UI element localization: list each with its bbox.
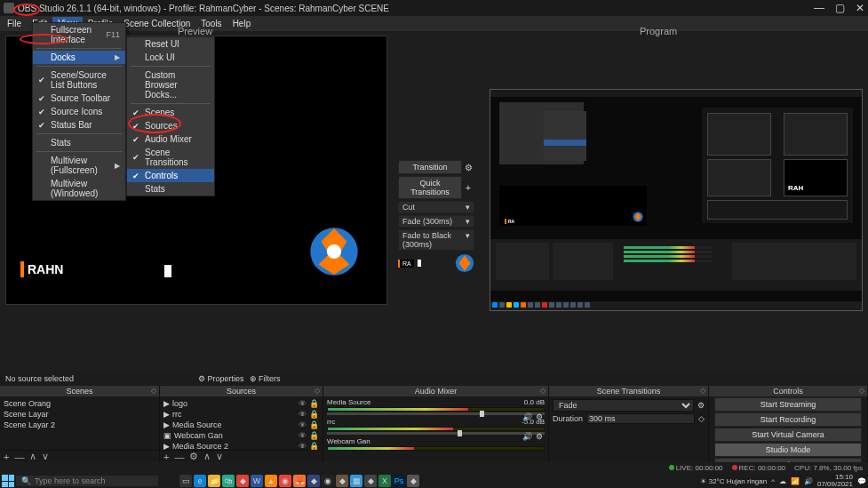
app-icon[interactable]: ◆ — [364, 475, 377, 487]
firefox-icon[interactable]: 🦊 — [293, 475, 306, 487]
close-button[interactable]: ✕ — [856, 2, 864, 14]
fade-black-transition[interactable]: Fade to Black (300ms)▾ — [398, 229, 474, 251]
source-item[interactable]: ▶logo👁🔒 — [163, 398, 319, 409]
filters-button[interactable]: ⊕ Filters — [250, 374, 281, 383]
source-item[interactable]: ▶rrc👁🔒 — [163, 409, 319, 420]
start-recording-button[interactable]: Start Recording — [714, 412, 862, 427]
vlc-icon[interactable]: ▲ — [265, 475, 277, 487]
3d-icon[interactable]: ▦ — [350, 475, 362, 487]
view-multiview-fullscreen[interactable]: Multiview (Fullscreen)▶ — [33, 154, 125, 177]
volume-icon[interactable]: 🔊 — [804, 477, 813, 485]
docks-audio-mixer[interactable]: ✔Audio Mixer — [127, 132, 214, 146]
lock-icon[interactable]: 🔒 — [309, 431, 319, 440]
app-icon[interactable]: ◆ — [336, 475, 348, 487]
scene-down-button[interactable]: ∨ — [42, 451, 49, 462]
docks-scenes[interactable]: ✔Scenes — [127, 106, 214, 119]
view-docks[interactable]: Docks▶ — [33, 51, 125, 64]
source-item[interactable]: ▶Media Source👁🔒 — [163, 420, 319, 430]
scene-up-button[interactable]: ∧ — [29, 451, 36, 462]
explorer-icon[interactable]: 📁 — [208, 475, 220, 487]
app-icon[interactable]: ◆ — [236, 475, 249, 487]
gear-icon[interactable]: ⚙ — [536, 412, 543, 421]
docks-stats[interactable]: Stats — [127, 182, 214, 196]
scene-item[interactable]: Scene Layar 2 — [4, 420, 155, 430]
view-stats[interactable]: Stats — [33, 136, 125, 149]
eye-icon[interactable]: 👁 — [299, 410, 307, 419]
weather-widget[interactable]: ☀ 32°C Hujan ringan — [700, 477, 767, 485]
docks-reset[interactable]: Reset UI — [127, 37, 214, 51]
scenes-header[interactable]: Scenes — [0, 386, 159, 396]
wifi-icon[interactable]: 📶 — [791, 477, 800, 485]
plus-icon[interactable]: + — [462, 183, 474, 193]
edge-icon[interactable]: e — [194, 475, 206, 487]
clock[interactable]: 15:1007/09/2021 — [817, 474, 853, 488]
scene-transitions-header[interactable]: Scene Transitions — [549, 386, 708, 396]
properties-button[interactable]: ⚙ Properties — [198, 374, 244, 383]
word-icon[interactable]: W — [251, 475, 263, 487]
studio-mode-button[interactable]: Studio Mode — [714, 443, 862, 457]
view-status-bar[interactable]: ✔Status Bar — [33, 118, 125, 132]
eye-icon[interactable]: 👁 — [299, 399, 307, 408]
source-up-button[interactable]: ∧ — [203, 451, 211, 462]
app-icon[interactable]: ◆ — [307, 475, 320, 487]
lock-icon[interactable]: 🔒 — [309, 442, 319, 450]
docks-controls[interactable]: ✔Controls — [127, 169, 214, 182]
docks-custom[interactable]: Custom Browser Docks... — [127, 68, 214, 101]
docks-lock[interactable]: Lock UI — [127, 51, 214, 64]
eye-icon[interactable]: 👁 — [299, 431, 307, 440]
lock-icon[interactable]: 🔒 — [309, 399, 319, 408]
chrome-icon[interactable]: ◉ — [279, 475, 291, 487]
view-source-toolbar[interactable]: ✔Source Toolbar — [33, 92, 125, 105]
photoshop-icon[interactable]: Ps — [393, 475, 405, 487]
notifications-icon[interactable]: 💬 — [857, 477, 866, 485]
start-streaming-button[interactable]: Start Streaming — [714, 397, 862, 412]
transition-button[interactable]: Transition — [398, 160, 462, 174]
view-source-icons[interactable]: ✔Source Icons — [33, 105, 125, 118]
add-scene-button[interactable]: + — [4, 452, 9, 462]
task-view-icon[interactable]: ▭ — [179, 475, 192, 487]
source-down-button[interactable]: ∨ — [216, 451, 223, 462]
speaker-icon[interactable]: 🔊 — [522, 412, 532, 421]
duration-input[interactable] — [586, 413, 695, 424]
view-scene-source-buttons[interactable]: ✔Scene/Source List Buttons — [33, 68, 125, 92]
docks-sources[interactable]: ✔Sources — [127, 119, 214, 132]
store-icon[interactable]: 🛍 — [222, 475, 235, 487]
source-item[interactable]: ▣Webcam Gan👁🔒 — [163, 430, 319, 441]
onedrive-icon[interactable]: ☁ — [779, 477, 786, 485]
lock-icon[interactable]: 🔒 — [309, 420, 319, 429]
view-fullscreen[interactable]: Fullscreen InterfaceF11 — [33, 23, 125, 46]
maximize-button[interactable]: ▢ — [835, 2, 845, 14]
scene-item[interactable]: Scene Layar — [4, 409, 155, 420]
sources-header[interactable]: Sources — [160, 386, 323, 396]
program-viewport[interactable]: RA RAH — [490, 89, 863, 311]
tray-chevron-icon[interactable]: ^ — [771, 477, 775, 485]
fade-transition[interactable]: Fade (300ms)▾ — [398, 215, 474, 228]
cut-transition[interactable]: Cut▾ — [398, 201, 474, 213]
menu-file[interactable]: File — [2, 17, 27, 30]
eye-icon[interactable]: 👁 — [299, 442, 307, 450]
system-tray[interactable]: ☀ 32°C Hujan ringan ^ ☁ 📶 🔊 15:1007/09/2… — [700, 474, 866, 488]
gear-icon[interactable]: ⚙ — [536, 432, 543, 441]
stepper-icon[interactable]: ◇ — [698, 414, 705, 423]
transition-select[interactable]: Fade — [553, 399, 694, 412]
scene-item[interactable]: Scene Orang — [4, 398, 155, 409]
start-virtual-camera-button[interactable]: Start Virtual Camera — [714, 428, 862, 442]
mixer-header[interactable]: Audio Mixer — [323, 386, 548, 396]
speaker-icon[interactable]: 🔊 — [522, 432, 532, 441]
excel-icon[interactable]: X — [378, 475, 391, 487]
view-multiview-windowed[interactable]: Multiview (Windowed) — [33, 177, 125, 200]
volume-slider[interactable] — [458, 430, 462, 436]
controls-header[interactable]: Controls — [709, 386, 867, 396]
obs-icon[interactable]: ◉ — [322, 475, 334, 487]
menu-help[interactable]: Help — [227, 17, 257, 30]
lock-icon[interactable]: 🔒 — [309, 410, 319, 419]
remove-scene-button[interactable]: — — [14, 452, 24, 462]
source-settings-button[interactable]: ⚙ — [189, 451, 198, 462]
gear-icon[interactable]: ⚙ — [462, 163, 474, 172]
volume-slider[interactable] — [480, 411, 484, 417]
eye-icon[interactable]: 👁 — [299, 420, 307, 429]
remove-source-button[interactable]: — — [174, 452, 184, 462]
add-source-button[interactable]: + — [163, 452, 169, 462]
start-button[interactable] — [2, 475, 14, 487]
docks-scene-transitions[interactable]: ✔Scene Transitions — [127, 146, 214, 169]
